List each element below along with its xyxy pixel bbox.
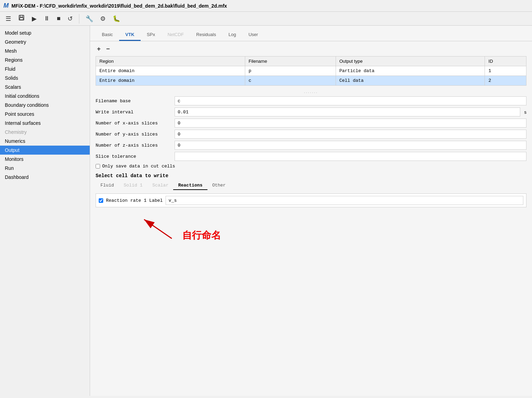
main-layout: Model setupGeometryMeshRegionsFluidSolid… [0,26,532,396]
form-label-filename-base: Filename base [96,98,172,104]
cut-cells-checkbox[interactable] [96,164,100,168]
sidebar-item-boundary-conditions[interactable]: Boundary conditions [0,101,90,110]
save-button[interactable] [16,13,27,24]
sub-tab-reactions[interactable]: Reactions [173,181,207,190]
bug-button[interactable]: 🐛 [110,14,122,24]
sub-tab-solid1: Solid 1 [119,181,148,190]
arrow-annotation: 自行命名 [96,214,526,242]
sidebar-item-geometry[interactable]: Geometry [0,37,90,46]
reaction-rate-input[interactable] [166,196,523,205]
title-bar: M MFiX-DEM - F:\CFD_workdir\mfix_workdir… [0,0,532,12]
table-cell-outputtype: Cell data [336,76,485,86]
form-label-slice-tolerance: Slice tolerance [96,154,172,159]
checkbox-row: Only save data in cut cells [96,164,526,169]
section-title: Select cell data to write [96,173,526,179]
form-label-y-axis-slices: Number of y-axis slices [96,132,172,137]
sidebar-item-numerics[interactable]: Numerics [0,137,90,146]
table-row[interactable]: Entire domaincCell data2 [96,76,526,86]
form-input-x-axis-slices[interactable] [175,119,526,128]
form-label-write-interval: Write interval [96,110,172,115]
table-cell-region: Entire domain [96,76,245,86]
add-button[interactable]: + [96,45,102,53]
form-label-x-axis-slices: Number of x-axis slices [96,121,172,126]
reaction-row: Reaction rate 1 Label [96,193,526,207]
content-body: + − RegionFilenameOutput typeID Entire d… [90,41,532,246]
tab-spx[interactable]: SPx [141,29,161,41]
sub-tab-other[interactable]: Other [207,181,231,190]
tab-residuals[interactable]: Residuals [190,29,222,41]
content-area: BasicVTKSPxNetCDFResidualsLogUser + − Re… [90,26,532,396]
form-input-z-axis-slices[interactable] [175,141,526,150]
sidebar-item-model-setup[interactable]: Model setup [0,28,90,37]
app-title: MFiX-DEM - F:\CFD_workdir\mfix_workdir\2… [11,3,227,9]
form-row-x-axis-slices: Number of x-axis slices [96,119,526,128]
sidebar-item-regions[interactable]: Regions [0,55,90,64]
tab-log[interactable]: Log [222,29,242,41]
form-input-y-axis-slices[interactable] [175,130,526,139]
form-row-y-axis-slices: Number of y-axis slices [96,130,526,139]
sidebar: Model setupGeometryMeshRegionsFluidSolid… [0,26,90,396]
sub-tab-fluid[interactable]: Fluid [96,181,119,190]
svg-line-4 [144,219,172,239]
table-cell-filename: p [245,66,336,76]
annotation-text: 自行命名 [182,229,221,242]
sub-tab-scalar: Scalar [148,181,174,190]
vtk-table: RegionFilenameOutput typeID Entire domai… [96,56,526,86]
form-row-write-interval: Write intervals [96,107,526,116]
settings-button[interactable]: 🔧 [83,14,95,24]
remove-button[interactable]: − [105,45,112,53]
sidebar-item-internal-surfaces[interactable]: Internal surfaces [0,119,90,128]
play-button[interactable]: ▶ [30,14,39,24]
form-input-write-interval[interactable] [175,107,520,116]
table-row[interactable]: Entire domainpParticle data1 [96,66,526,76]
sidebar-item-monitors[interactable]: Monitors [0,155,90,164]
main-tabs: BasicVTKSPxNetCDFResidualsLogUser [90,26,532,41]
annotation-arrow [137,214,179,242]
toolbar-separator [79,14,79,24]
reaction-rate-checkbox[interactable] [99,198,103,203]
svg-rect-1 [20,15,23,17]
table-cell-id: 2 [485,76,526,86]
form-row-z-axis-slices: Number of z-axis slices [96,141,526,150]
tab-basic[interactable]: Basic [96,29,119,41]
app-icon: M [3,2,9,9]
sidebar-item-point-sources[interactable]: Point sources [0,110,90,119]
table-cell-outputtype: Particle data [336,66,485,76]
table-header-id: ID [485,57,526,66]
sidebar-item-run[interactable]: Run [0,164,90,173]
sidebar-item-solids[interactable]: Solids [0,73,90,83]
table-cell-id: 1 [485,66,526,76]
form-input-filename-base[interactable] [175,96,526,105]
form-fields: Filename baseWrite intervalsNumber of x-… [96,96,526,161]
sidebar-item-dashboard[interactable]: Dashboard [0,173,90,182]
stop-button[interactable]: ■ [55,14,63,23]
form-input-slice-tolerance[interactable] [175,152,526,161]
divider-dots: ....... [96,90,526,94]
sidebar-item-initial-conditions[interactable]: Initial conditions [0,92,90,101]
sliders-button[interactable]: ⚙ [98,14,108,24]
table-header-region: Region [96,57,245,66]
pause-button[interactable]: ⏸ [42,14,52,23]
sidebar-item-scalars[interactable]: Scalars [0,83,90,92]
reaction-rate-label: Reaction rate 1 Label [106,198,163,203]
tab-vtk[interactable]: VTK [119,29,141,41]
table-cell-region: Entire domain [96,66,245,76]
sub-tabs: FluidSolid 1ScalarReactionsOther [96,181,526,190]
add-remove-row: + − [96,45,526,53]
sidebar-item-output[interactable]: Output [0,146,90,155]
form-label-z-axis-slices: Number of z-axis slices [96,143,172,148]
annotation-area: 自行命名 [96,214,526,242]
menu-button[interactable]: ☰ [3,14,13,24]
table-header-output-type: Output type [336,57,485,66]
reload-button[interactable]: ↺ [65,14,75,24]
table-header-filename: Filename [245,57,336,66]
form-row-filename-base: Filename base [96,96,526,105]
svg-rect-2 [20,18,23,20]
sidebar-item-fluid[interactable]: Fluid [0,64,90,73]
toolbar: ☰ ▶ ⏸ ■ ↺ 🔧 ⚙ 🐛 [0,12,532,26]
table-cell-filename: c [245,76,336,86]
tab-user[interactable]: User [242,29,264,41]
cut-cells-label: Only save data in cut cells [102,164,175,169]
sidebar-item-mesh[interactable]: Mesh [0,46,90,55]
form-unit-write-interval: s [524,110,527,115]
